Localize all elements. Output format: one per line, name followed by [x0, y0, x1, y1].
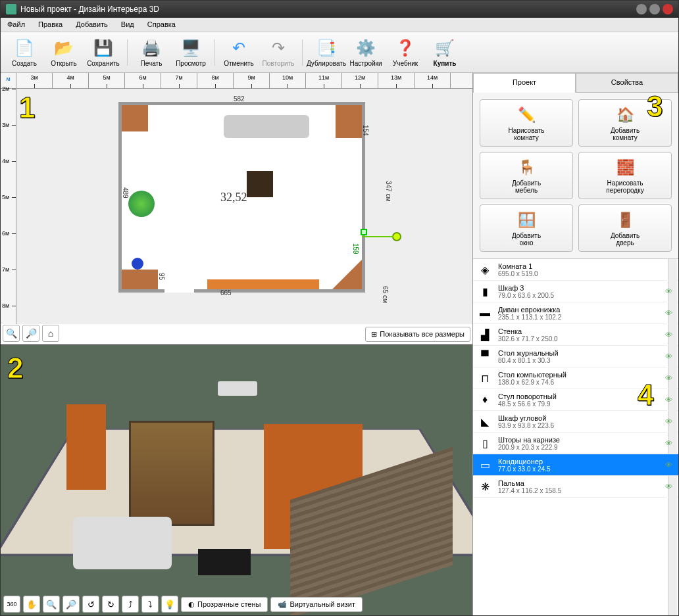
visibility-icon[interactable]: 👁: [665, 396, 674, 404]
furniture-sofa[interactable]: [224, 115, 309, 138]
tab-project[interactable]: Проект: [473, 73, 576, 93]
visibility-icon[interactable]: 👁: [665, 483, 674, 490]
furniture-wardrobe-r[interactable]: [336, 105, 362, 138]
rotate-left-button[interactable]: ↺: [82, 596, 99, 613]
3d-sofa: [73, 517, 172, 569]
furniture-wardrobe[interactable]: [122, 105, 148, 131]
tilt-up-button[interactable]: ⤴: [122, 596, 139, 613]
window-icon: 🪟: [516, 210, 537, 231]
preview-button[interactable]: 🖥️Просмотр: [171, 34, 211, 71]
object-dimensions: 79.0 x 63.6 x 200.5: [498, 292, 665, 299]
furniture-corner[interactable]: [332, 260, 362, 289]
bulb-icon: 💡: [164, 600, 175, 609]
list-item[interactable]: ◣ Шкаф угловой 93.9 x 93.8 x 223.6 👁: [473, 411, 678, 433]
visibility-icon[interactable]: 👁: [665, 439, 674, 447]
furniture-table[interactable]: [247, 171, 273, 197]
ruler-tick: 9м: [234, 73, 270, 88]
buy-button[interactable]: 🛒Купить: [425, 34, 465, 71]
home-button[interactable]: ⌂: [42, 325, 59, 342]
close-button[interactable]: [663, 4, 673, 14]
tilt-down-button[interactable]: ⤵: [141, 596, 159, 613]
help-icon: ❓: [395, 37, 416, 59]
undo-button[interactable]: ↶Отменить: [219, 34, 259, 71]
dimensions-icon: ⊞: [371, 330, 377, 339]
visibility-icon[interactable]: 👁: [665, 374, 674, 382]
virtual-visit-button[interactable]: 📹Виртуальный визит: [270, 597, 363, 612]
selection-handle[interactable]: [361, 229, 367, 235]
pan-button[interactable]: ✋: [23, 596, 40, 613]
object-icon: ▭: [477, 457, 493, 473]
furniture-desk[interactable]: [122, 270, 158, 289]
list-item[interactable]: ▭ Кондиционер 77.0 x 33.0 x 24.5 👁: [473, 454, 678, 476]
visibility-icon[interactable]: 👁: [665, 417, 674, 425]
rotate-left-icon: ↺: [88, 600, 95, 609]
draw-wall-button[interactable]: 🧱Нарисовать перегородку: [578, 152, 672, 199]
visibility-icon[interactable]: 👁: [665, 461, 674, 469]
save-button[interactable]: 💾Сохранить: [84, 34, 123, 71]
object-icon: ▮: [477, 283, 493, 299]
minimize-button[interactable]: [636, 4, 647, 14]
list-item[interactable]: ▯ Шторы на карнизе 200.9 x 20.3 x 222.9 …: [473, 433, 678, 454]
zoom-out-button[interactable]: 🔍: [3, 325, 20, 342]
object-name: Стенка: [498, 327, 665, 335]
duplicate-button[interactable]: 📑Дублировать: [307, 34, 346, 71]
list-item[interactable]: ▟ Стенка 302.6 x 71.7 x 250.0 👁: [473, 324, 678, 346]
dim-right: 347 см: [385, 181, 392, 201]
light-button[interactable]: 💡: [161, 596, 178, 613]
list-item[interactable]: ❋ Пальма 127.4 x 116.2 x 158.5 👁: [473, 476, 678, 498]
menu-add[interactable]: Добавить: [69, 18, 114, 32]
visibility-icon[interactable]: 👁: [665, 309, 674, 317]
zoom-out-3d-button[interactable]: 🔍: [43, 596, 60, 613]
ruler-tick: 12м: [342, 73, 378, 88]
transparent-walls-button[interactable]: ◐Прозрачные стены: [181, 597, 268, 612]
open-button[interactable]: 📂Открыть: [44, 34, 84, 71]
object-dimensions: 200.9 x 20.3 x 222.9: [498, 444, 665, 451]
object-dimensions: 235.1 x 113.1 x 102.2: [498, 314, 665, 321]
selection-line: [362, 236, 393, 237]
object-name: Шкаф 3: [498, 284, 665, 292]
room-outline[interactable]: 32,52: [118, 102, 365, 293]
object-icon: ❋: [477, 479, 493, 494]
list-item[interactable]: ▀ Стол журнальный 80.4 x 80.1 x 30.3 👁: [473, 346, 678, 367]
door-opening[interactable]: [164, 289, 194, 293]
new-file-icon: 📄: [14, 37, 35, 59]
add-furniture-button[interactable]: 🪑Добавить мебель: [480, 152, 573, 199]
list-item[interactable]: ▬ Диван еврокнижка 235.1 x 113.1 x 102.2…: [473, 302, 678, 324]
settings-button[interactable]: ⚙️Настройки: [346, 34, 386, 71]
tutorial-button[interactable]: ❓Учебник: [386, 34, 425, 71]
rotate-right-icon: ↻: [107, 600, 114, 609]
add-window-button[interactable]: 🪟Добавить окно: [480, 204, 573, 252]
visibility-icon[interactable]: 👁: [665, 352, 674, 360]
menu-edit[interactable]: Правка: [32, 18, 69, 32]
furniture-plant[interactable]: [128, 191, 155, 217]
print-button[interactable]: 🖨️Печать: [132, 34, 171, 71]
redo-button[interactable]: ↷Повторить: [259, 34, 298, 71]
menu-view[interactable]: Вид: [114, 18, 141, 32]
rotate-right-button[interactable]: ↻: [102, 596, 119, 613]
show-dimensions-button[interactable]: ⊞ Показывать все размеры: [365, 327, 470, 342]
menu-help[interactable]: Справка: [141, 18, 182, 32]
maximize-button[interactable]: [649, 4, 660, 14]
create-button[interactable]: 📄Создать: [5, 34, 44, 71]
3d-view[interactable]: 2 360 ✋ 🔍 🔎 ↺ ↻ ⤴ ⤵ 💡 ◐Прозрачные стены …: [1, 344, 472, 616]
duplicate-icon: 📑: [316, 37, 337, 59]
plan-view[interactable]: м 3м4м5м6м7м8м9м10м11м12м13м14м 2м3м4м5м…: [1, 73, 472, 344]
draw-room-button[interactable]: ✏️Нарисовать комнату: [480, 99, 573, 147]
zoom-in-button[interactable]: 🔎: [22, 325, 39, 342]
visibility-icon[interactable]: 👁: [665, 331, 674, 339]
furniture-chair[interactable]: [132, 258, 143, 270]
list-item[interactable]: ▮ Шкаф 3 79.0 x 63.6 x 200.5 👁: [473, 281, 678, 302]
visibility-icon[interactable]: 👁: [665, 287, 674, 295]
object-list[interactable]: ◈ Комната 1 695.0 x 519.0 ▮ Шкаф 3 79.0 …: [473, 259, 678, 615]
zoom-in-3d-button[interactable]: 🔎: [63, 596, 80, 613]
add-door-button[interactable]: 🚪Добавить дверь: [578, 204, 672, 252]
furniture-wall-unit[interactable]: [207, 279, 319, 289]
selection-node[interactable]: [392, 232, 401, 241]
ruler-tick: 5м: [1, 197, 16, 233]
menu-file[interactable]: Файл: [1, 18, 32, 32]
rotate-360-button[interactable]: 360: [3, 596, 20, 613]
ruler-tick: 2м: [1, 89, 16, 125]
zoom-in-icon: 🔎: [26, 328, 37, 339]
list-item[interactable]: ◈ Комната 1 695.0 x 519.0: [473, 259, 678, 281]
ruler-tick: 7м: [1, 270, 16, 306]
